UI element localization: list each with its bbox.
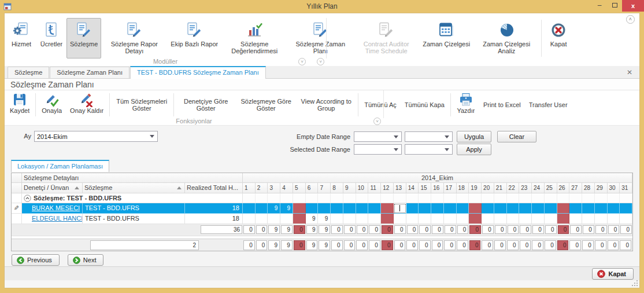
col-header-day-20[interactable]: 20 [482, 183, 494, 193]
next-button[interactable]: Next [68, 254, 104, 266]
day-cell-31[interactable] [620, 203, 632, 214]
col-header-day-10[interactable]: 10 [356, 183, 369, 193]
toolbar-button-kaydet[interactable]: Kaydet [6, 91, 34, 118]
col-header-day-9[interactable]: 9 [343, 183, 356, 193]
clear-button[interactable]: Clear [497, 131, 536, 142]
day-cell-19[interactable] [469, 214, 482, 224]
day-cell-15[interactable] [419, 203, 431, 214]
day-cell-20[interactable] [482, 203, 494, 214]
day-cell-13[interactable] [394, 214, 406, 224]
day-cell-10[interactable] [356, 203, 369, 214]
day-cell-13[interactable] [394, 203, 406, 214]
day-cell-23[interactable] [519, 214, 532, 224]
col-header-day-26[interactable]: 26 [557, 183, 570, 193]
day-cell-20[interactable] [482, 214, 494, 224]
col-header-day-15[interactable]: 15 [419, 183, 431, 193]
day-cell-16[interactable] [431, 214, 444, 224]
col-header-day-25[interactable]: 25 [545, 183, 557, 193]
col-header-day-5[interactable]: 5 [293, 183, 306, 193]
group-row-toggle[interactable]: Sözleşme: TEST - BDD.UFRS [22, 193, 243, 203]
title-bar[interactable]: Yıllık Plan – x [0, 0, 644, 13]
col-header-day-14[interactable]: 14 [406, 183, 419, 193]
col-header-day-30[interactable]: 30 [608, 183, 620, 193]
uygula-button[interactable]: Uygula [457, 131, 491, 142]
selected-range-from-combobox[interactable] [354, 144, 402, 155]
col-header-day-23[interactable]: 23 [519, 183, 532, 193]
tab-s-zle-me[interactable]: Sözleşme [8, 67, 49, 78]
ribbon-button-zaman-izelgesi[interactable]: Zaman Çizelgesi [419, 18, 473, 58]
toolbar-button-onay-kald-r[interactable]: Onay Kaldır [66, 91, 108, 118]
toolbar-button-yazd-r[interactable]: Yazdır [453, 91, 479, 118]
tab-lokasyon-zaman-planlamasi[interactable]: Lokasyon / Zaman Planlaması [11, 160, 109, 172]
toolbar-button-t-m-n-kapa[interactable]: Tümünü Kapa [401, 91, 449, 118]
toolbar-button-view-according-to-group[interactable]: View According to Group [296, 91, 356, 118]
day-cell-26[interactable] [557, 214, 570, 224]
toolbar-chevron-down-icon[interactable]: ˅ [373, 118, 381, 125]
day-cell-2[interactable] [256, 203, 268, 214]
col-header-day-31[interactable]: 31 [620, 183, 632, 193]
col-header-day-6[interactable]: 6 [306, 183, 319, 193]
toolbar-button-print-to-excel[interactable]: Print to Excel [479, 91, 525, 118]
ribbon-button-ekip-bazl-rapor[interactable]: Ekip Bazlı Rapor [167, 18, 221, 58]
kapat-button[interactable]: Kapat [592, 268, 634, 280]
day-cell-14[interactable] [406, 203, 419, 214]
col-header-day-17[interactable]: 17 [444, 183, 457, 193]
col-header-day-13[interactable]: 13 [394, 183, 406, 193]
day-cell-30[interactable] [608, 203, 620, 214]
toolbar-button-s-zle-meye-g-re-g-ster[interactable]: Sözleşmeye Göre Göster [236, 91, 296, 118]
toolbar-button-denet-iye-g-re-g-ster[interactable]: Denetçiye Göre Göster [176, 91, 236, 118]
col-header-day-27[interactable]: 27 [569, 183, 582, 193]
day-cell-24[interactable] [532, 203, 545, 214]
day-cell-1[interactable] [243, 214, 256, 224]
toolbar-button-onayla[interactable]: Onayla [38, 91, 66, 118]
empty-range-to-combobox[interactable] [405, 131, 453, 142]
day-cell-18[interactable] [457, 203, 469, 214]
day-cell-29[interactable] [595, 203, 608, 214]
col-header-day-4[interactable]: 4 [280, 183, 293, 193]
col-header-sozlesme[interactable]: Sözleşme [83, 183, 185, 193]
day-cell-12[interactable] [381, 203, 394, 214]
auditor-link[interactable]: ELDEGUL HANCIOGLU [32, 215, 83, 222]
col-header-day-3[interactable]: 3 [268, 183, 280, 193]
day-cell-21[interactable] [494, 214, 507, 224]
ribbon-button-kapat[interactable]: Kapat [543, 18, 573, 58]
day-cell-2[interactable] [256, 214, 268, 224]
day-cell-28[interactable] [582, 203, 595, 214]
month-filter-combobox[interactable]: 2014-Ekim [34, 131, 158, 142]
col-header-day-12[interactable]: 12 [381, 183, 394, 193]
col-header-day-22[interactable]: 22 [507, 183, 520, 193]
day-cell-26[interactable] [557, 203, 570, 214]
col-header-day-7[interactable]: 7 [318, 183, 331, 193]
day-cell-27[interactable] [569, 214, 582, 224]
col-header-day-21[interactable]: 21 [494, 183, 507, 193]
ribbon-button-s-zle-me-de-erlendirmesi[interactable]: Sözleşme Değerlendirmesi [221, 18, 287, 58]
selected-range-to-combobox[interactable] [405, 144, 453, 155]
day-cell-14[interactable] [406, 214, 419, 224]
resize-grip[interactable] [632, 280, 638, 287]
minimize-button[interactable]: – [592, 0, 607, 12]
day-cell-1[interactable] [243, 203, 256, 214]
day-cell-9[interactable] [343, 214, 356, 224]
day-cell-6[interactable]: 9 [306, 214, 319, 224]
day-cell-30[interactable] [608, 214, 620, 224]
col-header-day-8[interactable]: 8 [331, 183, 343, 193]
day-cell-23[interactable] [519, 203, 532, 214]
ribbon-chevron-down-icon-2[interactable]: ˅ [317, 58, 324, 65]
toolbar-button-t-m-s-zle-meleri-g-ster[interactable]: Tüm Sözleşmeleri Göster [112, 91, 172, 118]
col-header-realized-total[interactable]: Realized Total H... [185, 183, 243, 193]
ribbon-button-cretler[interactable]: Ücretler [36, 18, 66, 58]
day-cell-6[interactable] [306, 203, 319, 214]
ribbon-button-contract-auditor-time-schedule[interactable]: Contract Auditor Time Schedule [353, 18, 419, 58]
day-cell-12[interactable] [381, 214, 394, 224]
day-cell-21[interactable] [494, 203, 507, 214]
day-cell-29[interactable] [595, 214, 608, 224]
col-header-day-16[interactable]: 16 [431, 183, 444, 193]
col-header-day-1[interactable]: 1 [243, 183, 256, 193]
day-cell-7[interactable]: 9 [318, 214, 331, 224]
day-cell-3[interactable]: 9 [268, 203, 280, 214]
day-cell-11[interactable] [368, 214, 381, 224]
day-cell-22[interactable] [507, 203, 520, 214]
toolbar-button-transfer-user[interactable]: Transfer User [525, 91, 572, 118]
day-cell-5[interactable] [293, 214, 306, 224]
day-cell-11[interactable] [368, 203, 381, 214]
